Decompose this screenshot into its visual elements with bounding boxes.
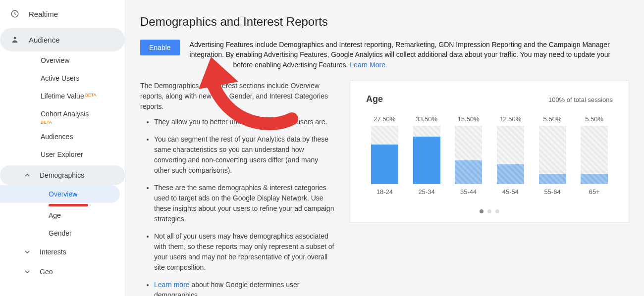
notice-mid: before enabling Advertising Features. (233, 61, 350, 69)
nav-geo-label: Geo (40, 268, 53, 276)
chevron-down-icon (24, 269, 31, 274)
sidebar-item-demo-gender[interactable]: Gender (0, 224, 125, 242)
notice-body: Advertising Features include Demographic… (190, 41, 611, 58)
sidebar-item-demo-overview[interactable]: Overview (0, 185, 120, 203)
bullet-0: They allow you to better understand who … (154, 117, 335, 127)
bar-55-64: 5.50%55-64 (534, 115, 571, 196)
learn-more-link[interactable]: Learn More. (350, 61, 387, 69)
dot-3[interactable] (495, 209, 499, 213)
bar-cat: 65+ (589, 188, 600, 196)
nav-realtime-label: Realtime (29, 10, 58, 18)
sidebar-item-user-explorer[interactable]: User Explorer (0, 146, 125, 163)
clock-icon (10, 9, 20, 18)
sidebar-item-demo-age[interactable]: Age (0, 206, 125, 224)
bar-box (455, 126, 482, 184)
sidebar-item-lifetime-value[interactable]: Lifetime ValueBETA (0, 87, 125, 105)
chart-title: Age (366, 94, 383, 104)
nav-interests[interactable]: Interests (0, 242, 125, 262)
enable-button[interactable]: Enable (140, 40, 180, 55)
bar-pct: 12.50% (499, 115, 521, 123)
main: Demographics and Interest Reports Enable… (125, 0, 644, 296)
bullet-learn-demo: Learn more about how Google determines u… (154, 280, 335, 296)
bar-cat: 18-24 (376, 188, 393, 196)
bar-cat: 45-54 (502, 188, 519, 196)
bar-box (539, 126, 566, 184)
dot-2[interactable] (487, 209, 491, 213)
bullet-3: Not all of your users may have demograph… (154, 231, 335, 273)
description-column: The Demographics and Interest sections i… (140, 81, 335, 296)
bar-cat: 35-44 (460, 188, 477, 196)
nav-geo[interactable]: Geo (0, 262, 125, 282)
bar-45-54: 12.50%45-54 (492, 115, 529, 196)
nav-realtime[interactable]: Realtime (0, 0, 125, 28)
bar-cat: 55-64 (544, 188, 560, 196)
nav-demographics[interactable]: Demographics (0, 165, 125, 185)
nav-demographics-label: Demographics (40, 171, 84, 179)
sidebar-item-audiences[interactable]: Audiences (0, 128, 125, 146)
chevron-up-icon (24, 173, 31, 178)
sidebar-item-active-users[interactable]: Active Users (0, 69, 125, 87)
chevron-down-icon (24, 249, 31, 254)
age-chart-card: Age 100% of total sessions 27.50%18-2433… (350, 81, 629, 223)
nav-audience-label: Audience (29, 36, 60, 44)
bar-box (413, 126, 440, 184)
notice-text: Advertising Features include Demographic… (190, 40, 629, 70)
dot-1[interactable] (480, 209, 483, 213)
bar-pct: 5.50% (543, 115, 562, 123)
enable-notice: Enable Advertising Features include Demo… (140, 40, 629, 70)
bar-65+: 5.50%65+ (576, 115, 613, 196)
sidebar: Realtime Audience OverviewActive UsersLi… (0, 0, 125, 296)
beta-label: BETA (0, 120, 125, 128)
bullet-2: These are the same demographics & intere… (154, 183, 335, 224)
bar-box (581, 126, 608, 184)
bar-pct: 5.50% (585, 115, 603, 123)
sidebar-item-overview[interactable]: Overview (0, 51, 125, 69)
bullet-1: You can segment the rest of your Analyti… (154, 134, 335, 176)
page-title: Demographics and Interest Reports (140, 15, 629, 29)
bar-box (371, 126, 398, 184)
carousel-dots (366, 209, 613, 213)
bar-18-24: 27.50%18-24 (366, 115, 403, 196)
bar-25-34: 33.50%25-34 (408, 115, 445, 196)
bullet-list: They allow you to better understand who … (140, 117, 335, 296)
bar-box (497, 126, 524, 184)
nav-audience[interactable]: Audience (0, 28, 125, 51)
bar-35-44: 15.50%35-44 (450, 115, 487, 196)
intro-text: The Demographics and Interest sections i… (140, 81, 335, 112)
bar-cat: 25-34 (418, 188, 434, 196)
user-icon (10, 35, 20, 44)
nav-interests-label: Interests (40, 248, 66, 256)
chart-bars: 27.50%18-2433.50%25-3415.50%35-4412.50%4… (366, 115, 613, 196)
bar-pct: 33.50% (416, 115, 437, 123)
bar-pct: 27.50% (374, 115, 395, 123)
bullet-learn-demo-link[interactable]: Learn more (154, 281, 190, 289)
bar-pct: 15.50% (458, 115, 480, 123)
svg-point-1 (14, 37, 16, 40)
chart-subtitle: 100% of total sessions (548, 96, 613, 103)
